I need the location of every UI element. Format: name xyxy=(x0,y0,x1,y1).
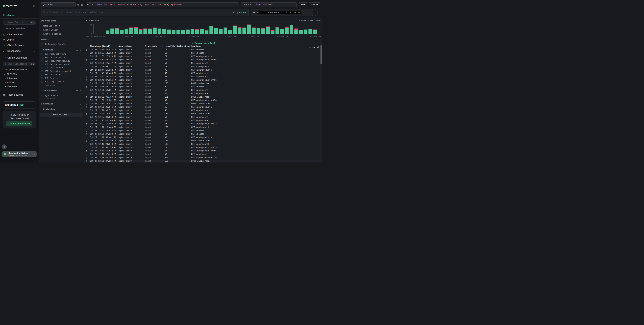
svg-text:K: K xyxy=(33,63,34,65)
svg-text:3:00:00 AM: 3:00:00 AM xyxy=(225,36,236,38)
svg-text:9:00:00 AM: 9:00:00 AM xyxy=(276,36,288,38)
svg-text:K: K xyxy=(33,22,34,23)
svg-text:6:00:00 AM: 6:00:00 AM xyxy=(248,36,259,38)
svg-text:36: 36 xyxy=(90,24,92,26)
svg-text:0: 0 xyxy=(90,32,92,34)
svg-text:11:30:00 PM: 11:30:00 PM xyxy=(186,36,199,38)
svg-text:8:00:00 PM: 8:00:00 PM xyxy=(154,36,165,38)
svg-text:Oct 26 1:00:00 PM: Oct 26 1:00:00 PM xyxy=(86,36,105,38)
svg-text:5:00:00 PM: 5:00:00 PM xyxy=(122,36,133,38)
svg-text:12:30:00 PM: 12:30:00 PM xyxy=(308,36,321,38)
